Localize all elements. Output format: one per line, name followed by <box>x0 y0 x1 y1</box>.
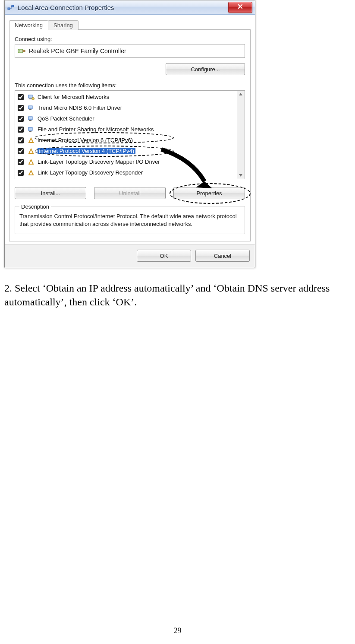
svg-rect-10 <box>28 117 32 120</box>
svg-rect-16 <box>28 164 34 165</box>
item-checkbox[interactable] <box>18 116 24 122</box>
network-icon <box>7 4 14 11</box>
description-legend: Description <box>19 203 51 210</box>
svg-rect-0 <box>8 8 10 10</box>
ok-button[interactable]: OK <box>137 250 191 262</box>
adapter-name: Realtek PCIe GBE Family Controller <box>29 48 126 54</box>
tab-sharing[interactable]: Sharing <box>48 20 79 30</box>
svg-rect-9 <box>29 109 31 110</box>
svg-rect-5 <box>28 95 32 98</box>
tabstrip: Networking Sharing <box>9 18 251 30</box>
tab-networking[interactable]: Networking <box>9 20 48 30</box>
items-scrollbar[interactable] <box>237 91 245 179</box>
svg-rect-14 <box>28 142 34 143</box>
properties-button-label: Properties <box>196 190 222 197</box>
svg-rect-8 <box>28 106 32 109</box>
instruction-text: 2. Select ‘Obtain an IP address automati… <box>4 281 351 309</box>
protocol-icon <box>27 147 35 155</box>
item-checkbox[interactable] <box>18 159 24 165</box>
item-checkbox[interactable] <box>18 170 24 176</box>
item-checkbox[interactable] <box>18 127 24 133</box>
svg-point-4 <box>19 51 20 51</box>
svg-rect-17 <box>28 174 34 175</box>
svg-rect-3 <box>23 50 25 52</box>
svg-rect-2 <box>18 49 23 53</box>
local-area-connection-properties-window: Local Area Connection Properties Network… <box>4 0 255 268</box>
protocol-icon <box>27 158 35 166</box>
uninstall-button: Uninstall <box>94 187 166 199</box>
service-icon <box>27 126 35 133</box>
properties-button[interactable]: Properties <box>173 187 245 199</box>
description-text: Transmission Control Protocol/Internet P… <box>19 213 240 228</box>
item-action-row: Install... Uninstall Properties <box>15 187 245 199</box>
description-group: Description Transmission Control Protoco… <box>15 206 245 234</box>
list-item[interactable]: File and Printer Sharing for Microsoft N… <box>17 124 236 135</box>
item-checkbox[interactable] <box>18 105 24 111</box>
item-label: Client for Microsoft Networks <box>38 94 109 100</box>
protocol-icon <box>27 136 35 144</box>
service-icon <box>27 104 35 112</box>
list-item[interactable]: Client for Microsoft Networks <box>17 92 236 102</box>
configure-button[interactable]: Configure... <box>166 63 245 75</box>
close-icon <box>237 3 243 11</box>
item-label: Link-Layer Topology Discovery Mapper I/O… <box>38 159 160 165</box>
connect-using-label: Connect using: <box>15 36 245 42</box>
item-checkbox[interactable] <box>18 94 24 100</box>
svg-rect-13 <box>29 131 31 132</box>
page-number: 29 <box>0 626 355 635</box>
networking-panel: Connect using: Realtek PCIe GBE Family C… <box>9 30 251 241</box>
svg-rect-1 <box>12 5 14 7</box>
item-label: Internet Protocol Version 6 (TCP/IPv6) <box>38 137 133 143</box>
list-item-selected[interactable]: Internet Protocol Version 4 (TCP/IPv4) <box>17 146 236 156</box>
client-icon <box>27 93 35 101</box>
svg-rect-11 <box>29 120 31 121</box>
items-listbox[interactable]: Client for Microsoft Networks Trend Micr… <box>15 90 245 179</box>
list-item[interactable]: Link-Layer Topology Discovery Responder <box>17 167 236 178</box>
items-label: This connection uses the following items… <box>15 82 245 89</box>
window-close-button[interactable] <box>228 2 252 13</box>
cancel-button[interactable]: Cancel <box>195 250 250 262</box>
client-area: Networking Sharing Connect using: Realte… <box>5 15 255 244</box>
item-label: Trend Micro NDIS 6.0 Filter Driver <box>38 105 122 111</box>
list-item[interactable]: QoS Packet Scheduler <box>17 113 236 124</box>
network-adapter-icon <box>18 47 25 55</box>
install-button[interactable]: Install... <box>15 187 86 199</box>
item-checkbox[interactable] <box>18 148 24 154</box>
svg-rect-6 <box>29 98 31 99</box>
item-label: Internet Protocol Version 4 (TCP/IPv4) <box>38 148 135 154</box>
titlebar[interactable]: Local Area Connection Properties <box>5 0 255 15</box>
list-item[interactable]: Internet Protocol Version 6 (TCP/IPv6) <box>17 135 236 146</box>
svg-rect-12 <box>28 127 32 130</box>
list-item[interactable]: Trend Micro NDIS 6.0 Filter Driver <box>17 102 236 113</box>
service-icon <box>27 115 35 123</box>
adapter-field[interactable]: Realtek PCIe GBE Family Controller <box>15 44 245 58</box>
item-label: QoS Packet Scheduler <box>38 115 94 122</box>
dialog-button-bar: OK Cancel <box>5 244 255 268</box>
window-title: Local Area Connection Properties <box>16 4 228 11</box>
protocol-icon <box>27 169 35 177</box>
item-checkbox[interactable] <box>18 137 24 143</box>
svg-point-7 <box>32 97 35 100</box>
list-item[interactable]: Link-Layer Topology Discovery Mapper I/O… <box>17 156 236 167</box>
svg-rect-15 <box>28 153 34 154</box>
item-label: File and Printer Sharing for Microsoft N… <box>38 126 154 133</box>
item-label: Link-Layer Topology Discovery Responder <box>38 169 143 176</box>
